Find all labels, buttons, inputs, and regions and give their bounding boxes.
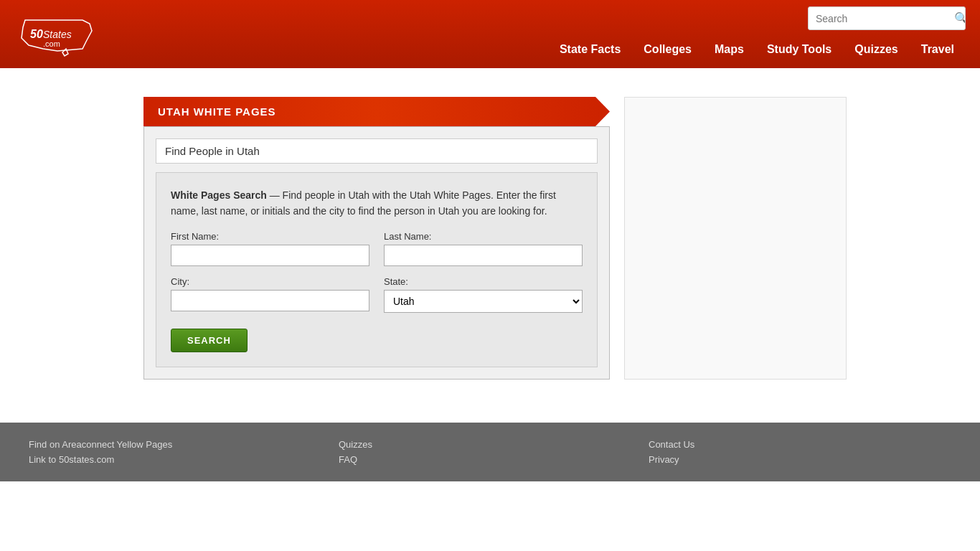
first-name-group: First Name:: [171, 231, 369, 266]
footer-grid: Find on Areaconnect Yellow Pages Link to…: [29, 437, 951, 467]
title-banner: UTAH WHITE PAGES: [143, 97, 610, 126]
nav-bar: State Facts Colleges Maps Study Tools Qu…: [548, 37, 966, 62]
city-input[interactable]: [171, 290, 369, 311]
nav-item-quizzes[interactable]: Quizzes: [843, 37, 909, 62]
page-section: UTAH WHITE PAGES Find People in Utah Whi…: [143, 97, 966, 380]
logo-icon: 50 States .com: [14, 9, 100, 60]
description-bold: White Pages Search: [171, 189, 267, 201]
svg-text:.com: .com: [43, 39, 60, 48]
last-name-label: Last Name:: [384, 231, 583, 242]
nav-item-study-tools[interactable]: Study Tools: [755, 37, 843, 62]
footer-link-faq[interactable]: FAQ: [339, 452, 641, 467]
city-state-row: City: State: Utah Alabama Alaska Arizona…: [171, 276, 583, 313]
footer: Find on Areaconnect Yellow Pages Link to…: [0, 423, 980, 481]
main-content: UTAH WHITE PAGES Find People in Utah Whi…: [0, 68, 980, 394]
form-container: Find People in Utah White Pages Search —…: [143, 126, 610, 380]
form-section-title: Find People in Utah: [156, 138, 598, 164]
first-name-input[interactable]: [171, 245, 369, 266]
name-row: First Name: Last Name:: [171, 231, 583, 266]
nav-item-state-facts[interactable]: State Facts: [548, 37, 632, 62]
nav-item-colleges[interactable]: Colleges: [632, 37, 703, 62]
search-input[interactable]: [809, 9, 948, 29]
logo-area: 50 States .com: [14, 9, 100, 60]
form-inner: White Pages Search — Find people in Utah…: [156, 172, 598, 367]
first-name-label: First Name:: [171, 231, 369, 242]
white-pages-search-button[interactable]: SEARCH: [171, 329, 248, 352]
city-group: City:: [171, 276, 369, 313]
footer-link-areaconnect[interactable]: Find on Areaconnect Yellow Pages: [29, 437, 331, 452]
right-panel-ad: [624, 97, 847, 380]
footer-link-quizzes[interactable]: Quizzes: [339, 437, 641, 452]
svg-text:50: 50: [30, 28, 43, 40]
last-name-input[interactable]: [384, 245, 583, 266]
form-description: White Pages Search — Find people in Utah…: [171, 187, 583, 220]
title-banner-text: UTAH WHITE PAGES: [158, 105, 276, 118]
state-label: State:: [384, 276, 583, 287]
footer-link-privacy[interactable]: Privacy: [649, 452, 951, 467]
left-panel: UTAH WHITE PAGES Find People in Utah Whi…: [143, 97, 610, 380]
footer-link-contact[interactable]: Contact Us: [649, 437, 951, 452]
nav-item-maps[interactable]: Maps: [703, 37, 755, 62]
header-right: 🔍 State Facts Colleges Maps Study Tools …: [548, 6, 966, 62]
footer-link-50states[interactable]: Link to 50states.com: [29, 452, 331, 467]
header: 50 States .com 🔍 State Facts Colleges Ma…: [0, 0, 980, 68]
state-select[interactable]: Utah Alabama Alaska Arizona Arkansas Cal…: [384, 290, 583, 313]
last-name-group: Last Name:: [384, 231, 583, 266]
footer-col3: Contact Us Privacy: [649, 437, 951, 467]
nav-item-travel[interactable]: Travel: [910, 37, 966, 62]
svg-text:States: States: [43, 29, 72, 40]
footer-col2: Quizzes FAQ: [339, 437, 641, 467]
state-group: State: Utah Alabama Alaska Arizona Arkan…: [384, 276, 583, 313]
footer-col1: Find on Areaconnect Yellow Pages Link to…: [29, 437, 331, 467]
city-label: City:: [171, 276, 369, 287]
search-bar[interactable]: 🔍: [808, 6, 966, 30]
search-icon-button[interactable]: 🔍: [948, 7, 966, 29]
